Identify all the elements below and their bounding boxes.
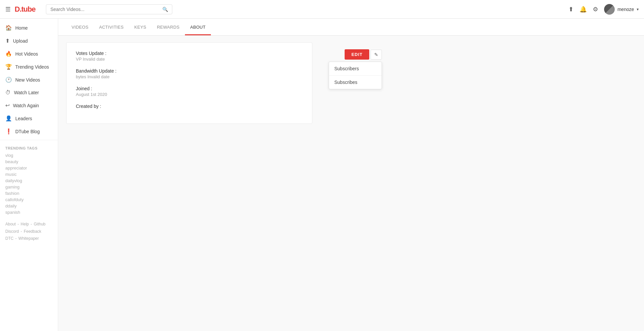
sidebar-divider (0, 140, 58, 140)
sidebar-item-leaders-label: Leaders (15, 116, 32, 121)
footer-dtc-link[interactable]: DTC (5, 236, 14, 241)
sidebar-nav: 🏠 Home ⬆ Upload 🔥 Hot Videos 🏆 Trending … (0, 21, 58, 138)
blog-icon: ❗ (5, 128, 12, 135)
sidebar-item-new-videos[interactable]: 🕐 New Videos (0, 73, 58, 86)
tab-rewards[interactable]: REWARDS (152, 19, 185, 35)
sidebar-item-watch-later-label: Watch Later (14, 90, 39, 95)
sidebar-item-hot-videos-label: Hot Videos (15, 51, 38, 57)
dropdown-subscribers[interactable]: Subscribers (329, 62, 382, 76)
sidebar-item-trending-label: Trending Videos (15, 64, 49, 70)
joined-value: August 1st 2020 (76, 92, 303, 97)
search-input[interactable] (50, 7, 162, 12)
trending-tags-title: TRENDING TAGS (5, 146, 53, 150)
created-label: Created by : (76, 104, 303, 109)
sidebar-item-new-videos-label: New Videos (15, 77, 40, 83)
votes-label: Votes Update : (76, 51, 303, 56)
footer-github-link[interactable]: Github (34, 222, 45, 226)
leaders-icon: 👤 (5, 115, 12, 122)
sidebar-item-upload[interactable]: ⬆ Upload (0, 34, 58, 47)
search-bar: 🔍 (46, 4, 172, 14)
tabs-bar: VIDEOS ACTIVITIES KEYS REWARDS ABOUT (58, 19, 644, 36)
dropdown-subscribes[interactable]: Subscribes (329, 76, 382, 89)
joined-label: Joined : (76, 86, 303, 91)
bell-icon[interactable]: 🔔 (579, 6, 587, 13)
tab-activities[interactable]: ACTIVITIES (94, 19, 129, 35)
sidebar-item-leaders[interactable]: 👤 Leaders (0, 112, 58, 125)
topnav: ☰ D.tube 🔍 ⬆ 🔔 ⚙ menoze ▾ (0, 0, 644, 19)
sidebar-item-watch-again-label: Watch Again (13, 103, 39, 108)
sidebar-item-trending[interactable]: 🏆 Trending Videos (0, 60, 58, 73)
tag-beauty[interactable]: beauty (5, 159, 53, 165)
edit-icon-button[interactable]: ✎ (371, 50, 382, 60)
sidebar-item-upload-label: Upload (13, 38, 28, 44)
sidebar-item-watch-later[interactable]: ⏱ Watch Later (0, 86, 58, 99)
sidebar-item-hot-videos[interactable]: 🔥 Hot Videos (0, 47, 58, 60)
tag-music[interactable]: music (5, 171, 53, 177)
logo: D.tube (15, 5, 35, 14)
joined-row: Joined : August 1st 2020 (76, 86, 303, 97)
tag-vlog[interactable]: vlog (5, 152, 53, 159)
sidebar-item-home[interactable]: 🏠 Home (0, 21, 58, 34)
bandwidth-row: Bandwidth Update : bytes Invalid date (76, 68, 303, 79)
created-row: Created by : (76, 104, 303, 109)
sidebar: 🏠 Home ⬆ Upload 🔥 Hot Videos 🏆 Trending … (0, 19, 58, 331)
tab-about[interactable]: ABOUT (185, 19, 211, 35)
avatar-image (604, 4, 615, 15)
about-card: Votes Update : VP Invalid date Bandwidth… (66, 42, 312, 124)
fire-icon: 🔥 (5, 51, 12, 57)
votes-row: Votes Update : VP Invalid date (76, 51, 303, 62)
bandwidth-value: bytes Invalid date (76, 74, 303, 79)
tab-videos[interactable]: VIDEOS (66, 19, 94, 35)
home-icon: 🏠 (5, 25, 12, 31)
chevron-down-icon: ▾ (637, 7, 639, 12)
footer-whitepaper-link[interactable]: Whitepaper (18, 236, 39, 241)
username-label: menoze (617, 7, 634, 12)
sidebar-item-watch-again[interactable]: ↩ Watch Again (0, 99, 58, 112)
watch-later-icon: ⏱ (5, 90, 11, 96)
tag-gaming[interactable]: gaming (5, 184, 53, 190)
watch-again-icon: ↩ (5, 102, 10, 109)
edit-btn-row: EDIT ✎ (345, 49, 382, 60)
tab-keys[interactable]: KEYS (129, 19, 152, 35)
sidebar-item-dtube-blog[interactable]: ❗ DTube Blog (0, 125, 58, 138)
tag-fashion[interactable]: fashion (5, 190, 53, 196)
tag-dailyvlog[interactable]: dailyvlog (5, 177, 53, 184)
logo-tube: .tube (20, 5, 36, 13)
sidebar-item-home-label: Home (15, 25, 28, 31)
topnav-left: ☰ D.tube 🔍 (5, 4, 172, 14)
user-area[interactable]: menoze ▾ (604, 4, 639, 15)
votes-value: VP Invalid date (76, 57, 303, 62)
footer-discord-link[interactable]: Discord (5, 229, 19, 234)
gear-icon[interactable]: ⚙ (593, 6, 598, 13)
tag-spanish[interactable]: spanish (5, 209, 53, 215)
search-icon: 🔍 (162, 7, 168, 12)
logo-d: D (15, 5, 20, 13)
tag-list: vlog beauty appreciator music dailyvlog … (5, 152, 53, 215)
clock-icon: 🕐 (5, 77, 12, 83)
upload-icon[interactable]: ⬆ (568, 6, 573, 13)
about-container: Votes Update : VP Invalid date Bandwidth… (58, 36, 644, 131)
sidebar-item-dtube-blog-label: DTube Blog (15, 129, 40, 134)
menu-icon[interactable]: ☰ (5, 6, 11, 13)
bandwidth-label: Bandwidth Update : (76, 68, 303, 74)
footer-help-link[interactable]: Help (21, 222, 29, 226)
sidebar-footer: About - Help - Github Discord - Feedback… (0, 217, 58, 246)
subscribers-dropdown: Subscribers Subscribes (329, 62, 382, 89)
layout: 🏠 Home ⬆ Upload 🔥 Hot Videos 🏆 Trending … (0, 19, 644, 331)
edit-button[interactable]: EDIT (345, 49, 369, 60)
tag-ddaily[interactable]: ddaily (5, 203, 53, 209)
upload-nav-icon: ⬆ (5, 38, 10, 44)
tag-callofduty[interactable]: callofduty (5, 196, 53, 203)
footer-about-link[interactable]: About (5, 222, 16, 226)
main-content: VIDEOS ACTIVITIES KEYS REWARDS ABOUT Vot… (58, 19, 644, 331)
trophy-icon: 🏆 (5, 64, 12, 70)
trending-tags-section: TRENDING TAGS vlog beauty appreciator mu… (0, 142, 58, 217)
footer-feedback-link[interactable]: Feedback (24, 229, 41, 234)
topnav-right: ⬆ 🔔 ⚙ menoze ▾ (568, 4, 639, 15)
tag-appreciator[interactable]: appreciator (5, 165, 53, 171)
edit-area: EDIT ✎ Subscribers Subscribes (329, 49, 382, 89)
avatar (604, 4, 615, 15)
